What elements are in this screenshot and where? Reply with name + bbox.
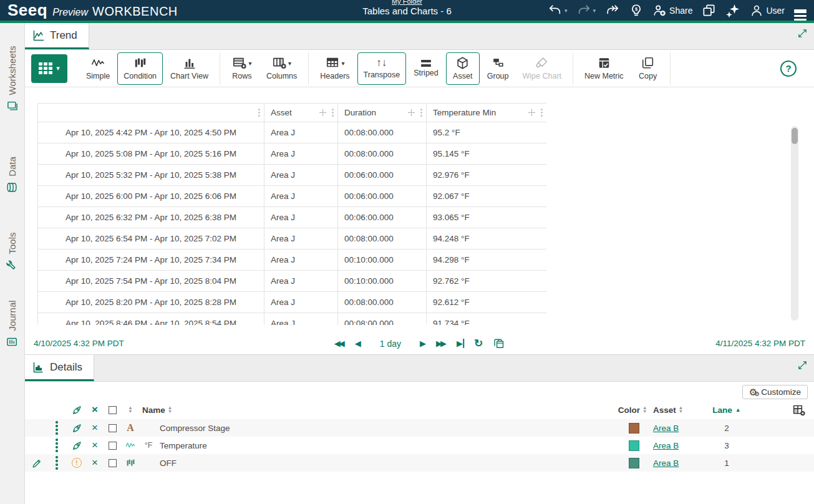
breadcrumb[interactable]: My Folder [362,0,452,5]
edit-pencil-icon[interactable] [27,458,46,468]
table-row[interactable]: Apr 10, 2025 8:20 PM - Apr 10, 2025 8:28… [38,292,547,313]
rocket-icon[interactable] [67,440,86,451]
header-duration[interactable]: Duration [338,104,427,122]
column-menu-icon[interactable] [331,107,335,118]
toolbar-striped-button[interactable]: Striped [407,52,445,85]
item-checkbox[interactable] [109,442,117,450]
add-column-icon[interactable] [792,404,805,417]
table-row[interactable]: Apr 10, 2025 5:32 PM - Apr 10, 2025 5:38… [38,165,547,186]
item-checkbox[interactable] [109,424,117,432]
table-scrollbar[interactable] [791,126,798,321]
table-row[interactable]: Apr 10, 2025 8:46 PM - Apr 10, 2025 8:54… [38,313,547,326]
customize-button[interactable]: ⚙⚙ Customize [742,385,808,399]
help-button[interactable]: ? [780,61,797,77]
share-button[interactable]: Share [652,4,692,17]
details-row-temperature[interactable]: × °F Temperature Area B 3 [25,437,814,454]
warning-icon[interactable]: ! [72,458,82,468]
expand-details-button[interactable] [797,360,808,371]
range-end[interactable]: 4/11/2025 4:32 PM PDT [715,339,805,348]
scrollbar-thumb[interactable] [792,128,798,144]
duplicate-worksheet-button[interactable] [702,3,716,17]
item-name[interactable]: Temperature [157,441,614,450]
chevron-down-icon[interactable]: ▾ [564,7,568,14]
toolbar-columns-button[interactable]: ▾ Columns [260,52,303,85]
table-row[interactable]: Apr 10, 2025 7:54 PM - Apr 10, 2025 8:04… [38,271,547,292]
toolbar-new-metric-button[interactable]: New Metric [578,52,630,85]
tab-trend[interactable]: Trend [25,23,89,49]
header-capsule[interactable] [38,104,264,122]
column-menu-icon[interactable] [419,107,424,118]
tab-details[interactable]: Details [25,355,94,381]
sort-icon[interactable]: ▲▼ [679,406,683,414]
table-row[interactable]: Apr 10, 2025 6:54 PM - Apr 10, 2025 7:02… [38,228,547,250]
drag-handle-icon[interactable] [56,456,58,470]
toolbar-chart-view-button[interactable]: Chart View [164,52,215,85]
step-to-now-button[interactable]: ▶ [457,339,464,348]
drag-handle-icon[interactable] [56,439,58,452]
toolbar-transpose-button[interactable]: ↑↓ Transpose [357,52,407,85]
move-column-icon[interactable] [528,109,536,117]
remove-item-icon[interactable]: × [86,439,104,452]
undo-button[interactable]: ▾ [548,4,568,17]
color-swatch[interactable] [629,423,639,434]
sort-icon[interactable]: ▲▼ [128,406,132,414]
color-swatch[interactable] [629,458,639,468]
column-asset-header[interactable]: Asset ▲▼ [653,405,709,415]
details-row-compressor-stage[interactable]: × A Compressor Stage Area B 2 [25,419,814,437]
step-forward-button[interactable]: ▶ [420,339,426,348]
rocket-icon[interactable] [67,423,86,434]
column-menu-icon[interactable] [540,107,544,118]
move-column-icon[interactable] [407,109,415,117]
table-row[interactable]: Apr 10, 2025 6:32 PM - Apr 10, 2025 6:38… [38,207,547,228]
step-forward-double-button[interactable]: ▶▶ [436,339,447,348]
asset-link[interactable]: Area B [653,424,679,433]
select-all-checkbox[interactable] [109,406,117,414]
remove-item-icon[interactable]: × [86,457,104,469]
column-name-header[interactable]: Name ▲▼ [140,405,614,415]
drag-handle-icon[interactable] [56,421,58,435]
toolbar-rows-button[interactable]: ▾ Rows [225,52,259,85]
header-asset[interactable]: Asset [264,104,338,122]
item-name[interactable]: OFF [157,458,614,468]
asset-link[interactable]: Area B [653,458,679,468]
column-color-header[interactable]: Color ▲▼ [614,405,653,415]
table-row[interactable]: Apr 10, 2025 6:00 PM - Apr 10, 2025 6:06… [38,186,547,207]
duration-label[interactable]: 1 day [380,339,401,349]
details-row-off[interactable]: ! × OFF Area B 1 [25,454,814,472]
range-start[interactable]: 4/10/2025 4:32 PM PDT [34,339,124,348]
sort-icon[interactable]: ▲▼ [642,406,647,414]
asset-link[interactable]: Area B [653,441,679,450]
toolbar-simple-button[interactable]: Simple [80,52,116,85]
hamburger-menu-button[interactable] [794,7,807,13]
remove-item-icon[interactable]: × [86,422,104,434]
column-menu-icon[interactable] [257,107,261,118]
step-back-double-button[interactable]: ◀◀ [334,339,345,348]
user-menu-button[interactable]: User [750,4,785,17]
toolbar-condition-button[interactable]: Condition [117,52,163,85]
toolbar-wipe-chart-button[interactable]: Wipe Chart [516,52,568,85]
refresh-icon[interactable]: ↻ [474,337,483,350]
usage-button[interactable] [629,4,643,17]
toolbar-asset-button[interactable]: Asset [446,52,480,85]
move-column-icon[interactable] [319,109,327,117]
copy-time-range-button[interactable] [493,337,505,349]
item-checkbox[interactable] [109,459,117,467]
rocket-icon[interactable] [67,405,86,415]
color-swatch[interactable] [629,440,639,451]
forward-all-button[interactable] [605,4,620,17]
table-row[interactable]: Apr 10, 2025 5:08 PM - Apr 10, 2025 5:16… [38,143,547,165]
ai-assistant-button[interactable] [725,3,740,18]
expand-trend-button[interactable] [797,28,808,39]
column-lane-header[interactable]: Lane ▲ [709,405,744,415]
header-temperature-min[interactable]: Temperature Min [427,104,547,122]
sort-icon[interactable]: ▲▼ [168,406,172,414]
table-row[interactable]: Apr 10, 2025 7:24 PM - Apr 10, 2025 7:34… [38,250,547,271]
table-view-dropdown-button[interactable]: ▾ [31,54,67,83]
toolbar-copy-button[interactable]: Copy [631,52,665,85]
item-name[interactable]: Compressor Stage [157,424,614,433]
toolbar-group-button[interactable]: Group [481,52,515,85]
toolbar-headers-button[interactable]: ▾ Headers [314,52,356,85]
step-back-button[interactable]: ◀ [355,339,361,348]
remove-all-icon[interactable]: × [86,404,104,416]
redo-button[interactable]: ▾ [577,4,596,17]
